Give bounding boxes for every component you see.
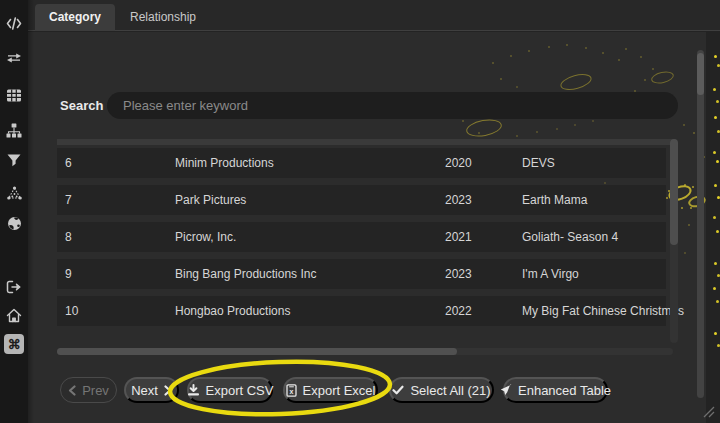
export-csv-button[interactable]: Export CSV [187,377,273,403]
title-cell: Goliath- Season 4 [522,222,618,252]
table-row[interactable]: 8 Picrow, Inc. 2021 Goliath- Season 4 [57,222,666,252]
swap-arrows-icon[interactable] [0,48,28,68]
row-index: 10 [65,296,78,326]
next-button[interactable]: Next [124,377,179,403]
tab-relationship[interactable]: Relationship [116,4,210,31]
panel-resize-handle[interactable] [701,404,716,419]
next-label: Next [131,383,158,398]
table-row[interactable]: 7 Park Pictures 2023 Earth Mama [57,185,666,215]
row-index: 8 [65,222,72,252]
export-csv-label: Export CSV [206,383,274,398]
enhanced-table-label: Enhanced Table [518,383,611,398]
title-cell: Earth Mama [522,185,587,215]
company-cell: Hongbao Productions [175,296,290,326]
command-icon: ⌘ [4,334,24,354]
search-input[interactable] [107,92,678,119]
network-graph-icon[interactable] [0,183,28,203]
excel-file-icon: x [286,384,297,397]
company-cell: Minim Productions [175,148,274,178]
tab-category[interactable]: Category [35,4,115,31]
table-vertical-scrollbar[interactable] [670,139,678,343]
table-horizontal-scrollbar-thumb[interactable] [57,348,457,355]
title-cell: I'm A Virgo [522,259,579,289]
year-cell: 2023 [445,259,472,289]
panel-scrollbar-thumb[interactable] [697,53,704,95]
table-vertical-scrollbar-thumb[interactable] [670,139,678,245]
company-cell: Park Pictures [175,185,246,215]
check-icon [392,385,404,395]
row-index: 6 [65,148,72,178]
command-button[interactable]: ⌘ [0,333,28,355]
year-cell: 2023 [445,185,472,215]
select-all-label: Select All (21) [410,383,490,398]
download-icon [187,384,200,396]
sitemap-icon[interactable] [0,120,28,140]
title-cell: DEVS [522,148,555,178]
table-horizontal-scrollbar[interactable] [57,348,673,355]
chevron-right-icon [164,385,172,396]
paper-plane-icon [500,384,512,396]
prev-button[interactable]: Prev [60,377,117,403]
export-excel-button[interactable]: x Export Excel [283,377,378,403]
company-cell: Bing Bang Productions Inc [175,259,316,289]
table-row[interactable]: 6 Minim Productions 2020 DEVS [57,148,666,178]
table-row[interactable]: 10 Hongbao Productions 2022 My Big Fat C… [57,296,666,326]
year-cell: 2022 [445,296,472,326]
filter-icon[interactable] [0,150,28,170]
enhanced-table-button[interactable]: Enhanced Table [503,377,608,403]
company-cell: Picrow, Inc. [175,222,236,252]
globe-icon[interactable] [0,213,28,233]
results-table: 6 Minim Productions 2020 DEVS 7 Park Pic… [57,139,673,355]
title-cell: My Big Fat Chinese Christmas [522,296,684,326]
left-icon-sidebar: ⌘ [0,0,28,423]
row-index: 7 [65,185,72,215]
home-icon[interactable] [0,305,28,325]
app-window: ⌘ Category Relationship Search 6 Minim P… [0,0,720,423]
table-grid-icon[interactable] [0,85,28,105]
table-scrolled-row-sliver [57,139,673,145]
sign-out-icon[interactable] [0,277,28,297]
table-row[interactable]: 9 Bing Bang Productions Inc 2023 I'm A V… [57,259,666,289]
row-index: 9 [65,259,72,289]
year-cell: 2020 [445,148,472,178]
search-label: Search [60,98,103,113]
panel-scrollbar[interactable] [697,50,704,398]
prev-label: Prev [82,383,109,398]
year-cell: 2021 [445,222,472,252]
svg-text:x: x [289,388,293,395]
export-excel-label: Export Excel [303,383,376,398]
chevron-left-icon [68,385,76,396]
select-all-button[interactable]: Select All (21) [389,377,494,403]
background-canvas-strip [706,32,720,423]
tab-bar: Category Relationship [28,0,720,31]
code-icon[interactable] [0,13,28,33]
